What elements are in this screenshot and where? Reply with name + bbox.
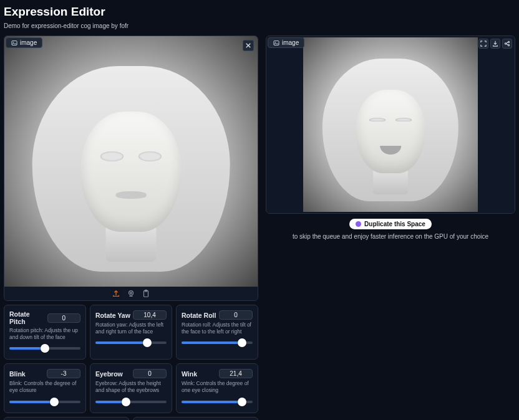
output-fullscreen-button[interactable]: [478, 39, 488, 49]
eyebrow-track[interactable]: [95, 399, 167, 405]
eyebrow-slider: Eyebrow0Eyebrow: Adjusts the height and …: [90, 363, 172, 413]
clipboard-icon[interactable]: [142, 289, 150, 298]
wink-track[interactable]: [182, 399, 253, 405]
output-image-display[interactable]: [266, 36, 515, 213]
rotate-roll-thumb[interactable]: [238, 338, 246, 347]
rotate-pitch-value[interactable]: 0: [47, 313, 80, 323]
duplicate-space-button[interactable]: Duplicate this Space: [349, 219, 432, 229]
svg-point-2: [129, 291, 133, 295]
output-share-button[interactable]: [502, 39, 512, 49]
svg-point-8: [505, 43, 506, 44]
input-image-preview: [4, 41, 258, 292]
output-image-tab[interactable]: image: [268, 37, 304, 48]
duplicate-dot-icon: [356, 221, 361, 227]
download-icon: [492, 41, 498, 47]
output-image-preview: [303, 41, 478, 214]
svg-rect-6: [274, 41, 279, 45]
input-image-dropzone[interactable]: [4, 36, 258, 287]
output-image-tab-label: image: [282, 39, 299, 46]
blink-label: Blink: [9, 370, 26, 378]
rotate-roll-desc: Rotation roll: Adjusts the tilt of the f…: [182, 322, 253, 335]
output-image-panel: image: [266, 36, 515, 214]
output-download-button[interactable]: [490, 39, 500, 49]
rotate-pitch-slider: Rotate Pitch0Rotation pitch: Adjusts the…: [4, 305, 86, 360]
input-image-tab-label: image: [20, 39, 37, 46]
input-clear-button[interactable]: [243, 40, 254, 51]
rotate-pitch-track[interactable]: [9, 345, 80, 351]
duplicate-label: Duplicate this Space: [364, 221, 425, 227]
close-icon: [245, 42, 251, 49]
svg-point-9: [508, 41, 509, 42]
wink-thumb[interactable]: [238, 398, 246, 406]
wink-label: Wink: [182, 370, 197, 378]
input-image-toolbar: [4, 287, 258, 300]
input-image-tab[interactable]: image: [6, 37, 42, 48]
svg-rect-0: [12, 41, 17, 45]
blink-slider: Blink-3Blink: Controls the degree of eye…: [4, 363, 86, 413]
image-icon: [11, 40, 17, 46]
image-icon: [273, 40, 279, 46]
rotate-pitch-label: Rotate Pitch: [9, 310, 47, 325]
page-subtitle: Demo for expression-editor cog image by …: [4, 22, 515, 29]
pupil-y-slider: Pupil Y0Pupil Y: Adjusts the vertical po…: [133, 417, 258, 421]
rotate-yaw-slider: Rotate Yaw10,4Rotation yaw: Adjusts the …: [90, 305, 172, 360]
rotate-yaw-value[interactable]: 10,4: [133, 310, 167, 320]
rotate-yaw-desc: Rotation yaw: Adjusts the left and right…: [95, 322, 167, 335]
wink-desc: Wink: Controls the degree of one eye clo…: [182, 380, 253, 393]
rotate-roll-slider: Rotate Roll0Rotation roll: Adjusts the t…: [176, 305, 258, 360]
rotate-roll-value[interactable]: 0: [219, 310, 253, 320]
rotate-yaw-label: Rotate Yaw: [95, 312, 130, 319]
rotate-yaw-track[interactable]: [95, 340, 167, 346]
eyebrow-label: Eyebrow: [95, 370, 123, 378]
rotate-pitch-thumb[interactable]: [41, 344, 49, 353]
upload-icon[interactable]: [112, 289, 120, 298]
duplicate-row: Duplicate this Space to skip the queue a…: [266, 219, 515, 240]
duplicate-tagline: to skip the queue and enjoy faster infer…: [293, 233, 488, 240]
rotate-pitch-desc: Rotation pitch: Adjusts the up and down …: [9, 327, 80, 340]
rotate-roll-label: Rotate Roll: [182, 312, 216, 319]
svg-point-10: [508, 44, 509, 45]
eyebrow-value[interactable]: 0: [133, 369, 167, 378]
eyebrow-thumb[interactable]: [122, 398, 130, 406]
blink-desc: Blink: Controls the degree of eye closur…: [9, 380, 80, 393]
blink-thumb[interactable]: [50, 398, 59, 406]
page-title: Expression Editor: [4, 5, 515, 19]
pupil-x-slider: Pupil X0Pupil X: Adjusts the horizontal …: [4, 417, 129, 421]
svg-point-3: [130, 292, 132, 294]
blink-track[interactable]: [9, 399, 80, 405]
eyebrow-desc: Eyebrow: Adjusts the height and shape of…: [95, 380, 167, 393]
rotate-yaw-thumb[interactable]: [143, 338, 152, 347]
webcam-icon[interactable]: [127, 289, 135, 298]
rotate-roll-track[interactable]: [182, 340, 253, 346]
input-image-panel: image: [4, 36, 258, 301]
wink-slider: Wink21,4Wink: Controls the degree of one…: [176, 363, 258, 413]
share-icon: [504, 41, 510, 47]
blink-value[interactable]: -3: [47, 369, 80, 378]
fullscreen-icon: [480, 41, 487, 47]
wink-value[interactable]: 21,4: [219, 369, 253, 378]
